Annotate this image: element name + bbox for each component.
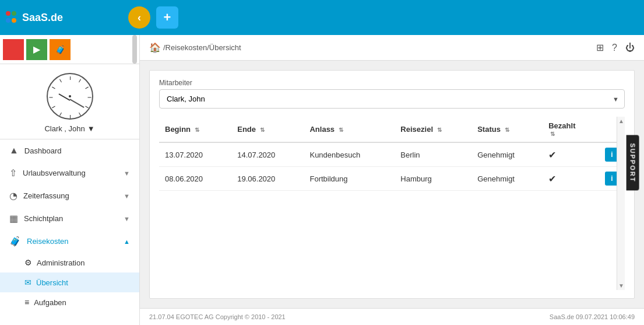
logo-dots — [6, 11, 19, 24]
cell-anlass: Kundenbesuch — [304, 142, 395, 167]
clock-area: Clark , John ▼ — [0, 64, 139, 139]
content-area: 🏠 /Reisekosten/Übersicht ⊞ ? ⏻ Mitarbeit… — [140, 35, 644, 325]
logo-dot — [6, 11, 10, 16]
urlaubsverwaltung-icon: ⇧ — [9, 167, 17, 179]
content-header: 🏠 /Reisekosten/Übersicht ⊞ ? ⏻ — [140, 35, 644, 61]
clock-face — [47, 73, 93, 120]
sort-icon: ⇅ — [437, 127, 442, 133]
content-main: Mitarbeiter Clark, John Beginn ⇅ — [140, 61, 644, 308]
cell-bezahlt: ✔ — [543, 167, 599, 191]
table-row: 08.06.2020 19.06.2020 Fortbildung Hambur… — [159, 167, 625, 191]
logo-dot — [12, 11, 16, 16]
chevron-down-icon: ▼ — [124, 215, 130, 222]
home-icon: 🏠 — [149, 42, 161, 53]
sidebar-item-schichtplan[interactable]: ▦ Schichtplan ▼ — [0, 207, 139, 230]
sidebar-item-administration[interactable]: ⚙ Administration — [0, 253, 139, 272]
play-button[interactable]: ▶ — [26, 39, 47, 60]
briefcase-button[interactable]: 🧳 — [50, 39, 71, 60]
sort-icon: ⇅ — [505, 127, 509, 133]
help-button[interactable]: ? — [612, 43, 617, 53]
cell-reiseziel: Hamburg — [395, 167, 471, 191]
sidebar-item-urlaubsverwaltung[interactable]: ⇧ Urlaubsverwaltung ▼ — [0, 162, 139, 184]
minute-hand — [69, 99, 84, 108]
sidebar-item-label: Schichtplan — [24, 214, 118, 223]
sidebar-toolbar: ▶ 🧳 — [0, 35, 139, 64]
reisekosten-icon: 🧳 — [9, 236, 21, 247]
cell-beginn: 13.07.2020 — [159, 142, 231, 167]
col-ende[interactable]: Ende ⇅ — [231, 117, 304, 142]
header-actions: ⊞ ? ⏻ — [596, 42, 635, 53]
cell-beginn: 08.06.2020 — [159, 167, 231, 191]
table-row: 13.07.2020 14.07.2020 Kundenbesuch Berli… — [159, 142, 625, 167]
sidebar-item-aufgaben[interactable]: ≡ Aufgaben — [0, 292, 139, 312]
cell-anlass: Fortbildung — [304, 167, 395, 191]
subnav-item-label: Übersicht — [36, 278, 68, 287]
table-container: Beginn ⇅ Ende ⇅ Anlass ⇅ R — [159, 117, 625, 290]
clock-center — [69, 95, 71, 97]
nav-section: ▲ Dashboard ⇧ Urlaubsverwaltung ▼ ◔ Zeit… — [0, 139, 139, 325]
support-tab[interactable]: SUPPORT — [626, 135, 639, 190]
add-button[interactable]: + — [156, 6, 178, 29]
col-reiseziel[interactable]: Reiseziel ⇅ — [395, 117, 471, 142]
content-footer: 21.07.04 EGOTEC AG Copyright © 2010 - 20… — [140, 308, 644, 325]
table-scrollbar: ▲ ▼ — [617, 117, 625, 290]
sidebar-item-label: Dashboard — [24, 146, 130, 155]
logo-text: SaaS.de — [22, 12, 63, 24]
logo-dot — [6, 18, 10, 23]
subnav-item-label: Aufgaben — [34, 298, 66, 307]
col-bezahlt[interactable]: Bezahlt ⇅ — [543, 117, 599, 142]
sidebar-item-label: Urlaubsverwaltung — [23, 169, 118, 177]
col-status[interactable]: Status ⇅ — [471, 117, 543, 142]
chevron-up-icon: ▲ — [124, 238, 130, 245]
breadcrumb-text: /Reisekosten/Übersicht — [163, 43, 241, 52]
power-button[interactable]: ⏻ — [625, 43, 635, 53]
sort-icon: ⇅ — [550, 131, 555, 137]
dashboard-icon: ▲ — [9, 145, 19, 156]
zeiterfassung-icon: ◔ — [9, 190, 17, 201]
logo-area: SaaS.de — [6, 11, 122, 24]
logo-dot — [12, 18, 16, 23]
sort-icon: ⇅ — [339, 127, 343, 133]
envelope-icon: ✉ — [24, 278, 31, 287]
top-bar: SaaS.de ‹ + — [0, 0, 644, 35]
col-beginn[interactable]: Beginn ⇅ — [159, 117, 231, 142]
col-anlass[interactable]: Anlass ⇅ — [304, 117, 395, 142]
scroll-down-button[interactable]: ▼ — [617, 281, 625, 290]
sidebar: ▶ 🧳 — [0, 35, 140, 325]
cell-reiseziel: Berlin — [395, 142, 471, 167]
chevron-down-icon: ▼ — [124, 170, 130, 177]
sidebar-item-dashboard[interactable]: ▲ Dashboard — [0, 139, 139, 162]
data-table: Beginn ⇅ Ende ⇅ Anlass ⇅ R — [159, 117, 625, 191]
sidebar-item-reisekosten[interactable]: 🧳 Reisekosten ▲ — [0, 230, 139, 253]
chevron-down-icon: ▼ — [124, 193, 130, 200]
breadcrumb: 🏠 /Reisekosten/Übersicht — [149, 42, 241, 53]
sidebar-item-label: Reisekosten — [27, 237, 118, 246]
sidebar-item-zeiterfassung[interactable]: ◔ Zeiterfassung ▼ — [0, 184, 139, 207]
cell-ende: 19.06.2020 — [231, 167, 304, 191]
mitarbeiter-label: Mitarbeiter — [159, 79, 625, 87]
scroll-indicator — [132, 35, 137, 64]
back-button[interactable]: ‹ — [128, 6, 150, 29]
sidebar-item-ubersicht[interactable]: ✉ Übersicht — [0, 272, 139, 292]
list-icon: ≡ — [24, 298, 29, 307]
subnav-item-label: Administration — [37, 258, 85, 267]
mitarbeiter-select[interactable]: Clark, John — [159, 89, 625, 109]
footer-right: SaaS.de 09.07.2021 10:06:49 — [550, 313, 635, 320]
stop-button[interactable] — [3, 39, 24, 60]
panel-body: Mitarbeiter Clark, John Beginn ⇅ — [150, 71, 634, 298]
grid-button[interactable]: ⊞ — [596, 42, 604, 53]
cell-status: Genehmigt — [471, 167, 543, 191]
sort-icon: ⇅ — [260, 127, 265, 133]
schichtplan-icon: ▦ — [9, 213, 18, 224]
main-layout: ▶ 🧳 — [0, 35, 644, 325]
user-name[interactable]: Clark , John ▼ — [44, 124, 94, 133]
table-body: 13.07.2020 14.07.2020 Kundenbesuch Berli… — [159, 142, 625, 191]
cell-ende: 14.07.2020 — [231, 142, 304, 167]
bezahlt-label: Bezahlt — [548, 121, 575, 130]
sidebar-item-label: Zeiterfassung — [23, 191, 118, 200]
mitarbeiter-select-wrapper: Clark, John — [159, 89, 625, 109]
panel: Mitarbeiter Clark, John Beginn ⇅ — [149, 70, 635, 299]
cell-status: Genehmigt — [471, 142, 543, 167]
scroll-up-button[interactable]: ▲ — [617, 117, 625, 125]
footer-left: 21.07.04 EGOTEC AG Copyright © 2010 - 20… — [149, 313, 286, 320]
